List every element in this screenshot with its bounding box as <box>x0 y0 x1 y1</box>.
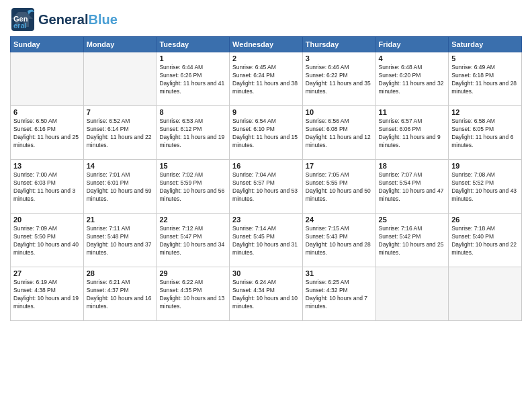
day-number: 27 <box>13 269 81 277</box>
col-header-tuesday: Tuesday <box>157 37 230 52</box>
day-number: 31 <box>306 269 373 277</box>
calendar-cell: 16Sunrise: 7:04 AM Sunset: 5:57 PM Dayli… <box>230 160 303 214</box>
day-number: 1 <box>159 54 226 62</box>
day-info: Sunrise: 6:25 AM Sunset: 4:32 PM Dayligh… <box>306 279 373 311</box>
day-number: 23 <box>232 216 300 224</box>
col-header-sunday: Sunday <box>11 37 84 52</box>
calendar-cell: 29Sunrise: 6:22 AM Sunset: 4:35 PM Dayli… <box>157 267 230 321</box>
day-number: 7 <box>87 108 154 116</box>
calendar-cell: 24Sunrise: 7:15 AM Sunset: 5:43 PM Dayli… <box>302 214 375 267</box>
calendar-cell: 31Sunrise: 6:25 AM Sunset: 4:32 PM Dayli… <box>302 267 375 321</box>
day-number: 15 <box>159 162 226 170</box>
week-row-2: 13Sunrise: 7:00 AM Sunset: 6:03 PM Dayli… <box>11 160 522 214</box>
header-row: SundayMondayTuesdayWednesdayThursdayFrid… <box>11 37 522 52</box>
page: Gen eral GeneralBlue SundayMondayTuesday… <box>0 0 532 328</box>
calendar-table: SundayMondayTuesdayWednesdayThursdayFrid… <box>10 36 522 321</box>
col-header-saturday: Saturday <box>449 37 522 52</box>
day-info: Sunrise: 6:50 AM Sunset: 6:16 PM Dayligh… <box>13 118 81 150</box>
day-info: Sunrise: 6:22 AM Sunset: 4:35 PM Dayligh… <box>159 279 226 311</box>
calendar-cell: 10Sunrise: 6:56 AM Sunset: 6:08 PM Dayli… <box>302 106 375 160</box>
day-info: Sunrise: 7:15 AM Sunset: 5:43 PM Dayligh… <box>306 225 373 257</box>
day-info: Sunrise: 6:48 AM Sunset: 6:20 PM Dayligh… <box>379 64 446 96</box>
calendar-cell <box>449 267 522 321</box>
day-number: 2 <box>232 54 300 62</box>
day-number: 16 <box>232 162 300 170</box>
day-info: Sunrise: 7:09 AM Sunset: 5:50 PM Dayligh… <box>13 225 81 257</box>
day-info: Sunrise: 7:12 AM Sunset: 5:47 PM Dayligh… <box>159 225 226 257</box>
day-info: Sunrise: 7:16 AM Sunset: 5:42 PM Dayligh… <box>379 225 446 257</box>
calendar-cell: 19Sunrise: 7:08 AM Sunset: 5:52 PM Dayli… <box>449 160 522 214</box>
header: Gen eral GeneralBlue <box>10 7 522 32</box>
calendar-cell: 6Sunrise: 6:50 AM Sunset: 6:16 PM Daylig… <box>11 106 84 160</box>
logo-general: General <box>38 12 88 27</box>
day-info: Sunrise: 6:44 AM Sunset: 6:26 PM Dayligh… <box>159 64 226 96</box>
day-info: Sunrise: 7:11 AM Sunset: 5:48 PM Dayligh… <box>87 225 154 257</box>
day-number: 18 <box>379 162 446 170</box>
calendar-cell: 23Sunrise: 7:14 AM Sunset: 5:45 PM Dayli… <box>230 214 303 267</box>
day-number: 11 <box>379 108 446 116</box>
calendar-cell <box>11 52 84 106</box>
day-info: Sunrise: 7:02 AM Sunset: 5:59 PM Dayligh… <box>159 171 226 203</box>
day-number: 22 <box>159 216 226 224</box>
calendar-cell: 17Sunrise: 7:05 AM Sunset: 5:55 PM Dayli… <box>302 160 375 214</box>
calendar-cell: 20Sunrise: 7:09 AM Sunset: 5:50 PM Dayli… <box>11 214 84 267</box>
day-info: Sunrise: 7:18 AM Sunset: 5:40 PM Dayligh… <box>451 225 519 257</box>
week-row-3: 20Sunrise: 7:09 AM Sunset: 5:50 PM Dayli… <box>11 214 522 267</box>
logo-text-block: GeneralBlue <box>38 12 118 28</box>
day-info: Sunrise: 6:45 AM Sunset: 6:24 PM Dayligh… <box>232 64 300 96</box>
day-info: Sunrise: 6:57 AM Sunset: 6:06 PM Dayligh… <box>379 118 446 150</box>
day-number: 25 <box>379 216 446 224</box>
week-row-1: 6Sunrise: 6:50 AM Sunset: 6:16 PM Daylig… <box>11 106 522 160</box>
calendar-cell: 11Sunrise: 6:57 AM Sunset: 6:06 PM Dayli… <box>375 106 449 160</box>
day-number: 21 <box>87 216 154 224</box>
day-number: 3 <box>306 54 373 62</box>
calendar-cell <box>83 52 157 106</box>
day-info: Sunrise: 7:01 AM Sunset: 6:01 PM Dayligh… <box>87 171 154 203</box>
day-info: Sunrise: 6:53 AM Sunset: 6:12 PM Dayligh… <box>159 118 226 150</box>
calendar-cell <box>375 267 449 321</box>
calendar-cell: 2Sunrise: 6:45 AM Sunset: 6:24 PM Daylig… <box>230 52 303 106</box>
calendar-cell: 8Sunrise: 6:53 AM Sunset: 6:12 PM Daylig… <box>157 106 230 160</box>
col-header-monday: Monday <box>83 37 157 52</box>
day-info: Sunrise: 7:05 AM Sunset: 5:55 PM Dayligh… <box>306 171 373 203</box>
day-info: Sunrise: 6:46 AM Sunset: 6:22 PM Dayligh… <box>306 64 373 96</box>
day-info: Sunrise: 6:52 AM Sunset: 6:14 PM Dayligh… <box>87 118 154 150</box>
calendar-cell: 14Sunrise: 7:01 AM Sunset: 6:01 PM Dayli… <box>83 160 157 214</box>
day-number: 26 <box>451 216 519 224</box>
calendar-cell: 21Sunrise: 7:11 AM Sunset: 5:48 PM Dayli… <box>83 214 157 267</box>
day-number: 28 <box>87 269 154 277</box>
calendar-cell: 26Sunrise: 7:18 AM Sunset: 5:40 PM Dayli… <box>449 214 522 267</box>
day-info: Sunrise: 7:14 AM Sunset: 5:45 PM Dayligh… <box>232 225 300 257</box>
day-number: 5 <box>451 54 519 62</box>
logo-blue: Blue <box>88 12 117 27</box>
day-info: Sunrise: 7:00 AM Sunset: 6:03 PM Dayligh… <box>13 171 81 203</box>
day-number: 29 <box>159 269 226 277</box>
day-number: 14 <box>87 162 154 170</box>
day-info: Sunrise: 6:49 AM Sunset: 6:18 PM Dayligh… <box>451 64 519 96</box>
day-info: Sunrise: 6:24 AM Sunset: 4:34 PM Dayligh… <box>232 279 300 311</box>
calendar-cell: 25Sunrise: 7:16 AM Sunset: 5:42 PM Dayli… <box>375 214 449 267</box>
col-header-friday: Friday <box>375 37 449 52</box>
day-number: 30 <box>232 269 300 277</box>
calendar-cell: 30Sunrise: 6:24 AM Sunset: 4:34 PM Dayli… <box>230 267 303 321</box>
day-info: Sunrise: 6:58 AM Sunset: 6:05 PM Dayligh… <box>451 118 519 150</box>
calendar-cell: 12Sunrise: 6:58 AM Sunset: 6:05 PM Dayli… <box>449 106 522 160</box>
day-info: Sunrise: 7:08 AM Sunset: 5:52 PM Dayligh… <box>451 171 519 203</box>
calendar-cell: 22Sunrise: 7:12 AM Sunset: 5:47 PM Dayli… <box>157 214 230 267</box>
day-number: 4 <box>379 54 446 62</box>
day-info: Sunrise: 6:19 AM Sunset: 4:38 PM Dayligh… <box>13 279 81 311</box>
day-number: 9 <box>232 108 300 116</box>
calendar-cell: 18Sunrise: 7:07 AM Sunset: 5:54 PM Dayli… <box>375 160 449 214</box>
logo: Gen eral GeneralBlue <box>10 7 118 32</box>
day-number: 10 <box>306 108 373 116</box>
week-row-0: 1Sunrise: 6:44 AM Sunset: 6:26 PM Daylig… <box>11 52 522 106</box>
day-number: 19 <box>451 162 519 170</box>
day-number: 6 <box>13 108 81 116</box>
day-info: Sunrise: 7:07 AM Sunset: 5:54 PM Dayligh… <box>379 171 446 203</box>
calendar-cell: 7Sunrise: 6:52 AM Sunset: 6:14 PM Daylig… <box>83 106 157 160</box>
day-number: 24 <box>306 216 373 224</box>
svg-text:eral: eral <box>13 21 27 30</box>
day-info: Sunrise: 6:21 AM Sunset: 4:37 PM Dayligh… <box>87 279 154 311</box>
day-info: Sunrise: 6:56 AM Sunset: 6:08 PM Dayligh… <box>306 118 373 150</box>
day-info: Sunrise: 6:54 AM Sunset: 6:10 PM Dayligh… <box>232 118 300 150</box>
